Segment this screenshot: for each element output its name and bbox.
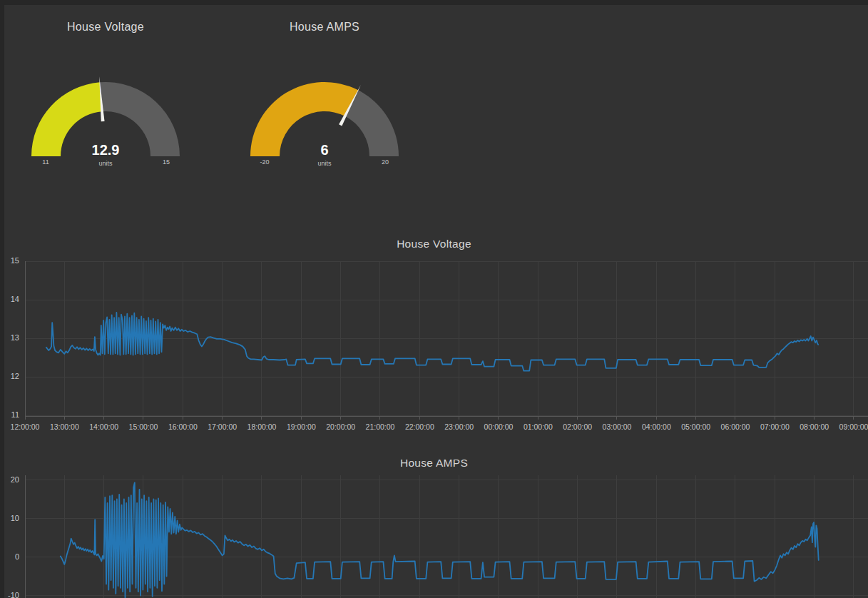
x-axis-tick-label: 09:00:00 xyxy=(832,422,868,431)
x-axis-tick-label: 14:00:00 xyxy=(83,422,126,431)
gauge-units-label-voltage: units xyxy=(77,160,134,167)
dashboard-page: { "page": { "background": "#272727", "ca… xyxy=(0,0,868,598)
x-axis-tick-label: 22:00:00 xyxy=(398,422,441,431)
gauge-title-amps: House AMPS xyxy=(218,21,432,34)
amps-series-line xyxy=(61,482,819,597)
y-axis-tick-label: 12 xyxy=(0,372,19,380)
y-axis-tick-label: 15 xyxy=(0,256,19,265)
x-axis-tick-label: 23:00:00 xyxy=(438,422,481,431)
x-axis-tick-label: 18:00:00 xyxy=(240,422,283,431)
y-axis-tick-label: 20 xyxy=(0,475,19,484)
x-axis-tick-label: 06:00:00 xyxy=(714,422,757,431)
y-axis-tick-label: 10 xyxy=(0,514,19,522)
x-axis-tick-label: 15:00:00 xyxy=(122,422,165,431)
y-axis-tick-label: 0 xyxy=(0,552,19,561)
x-axis-tick-label: 07:00:00 xyxy=(753,422,796,431)
x-axis-tick-label: 05:00:00 xyxy=(675,422,718,431)
x-axis-tick-label: 00:00:00 xyxy=(477,422,520,431)
gauge-max-label-voltage: 15 xyxy=(145,158,188,166)
gauge-max-label-amps: 20 xyxy=(364,158,407,166)
y-axis-tick-label: 11 xyxy=(0,410,19,419)
x-axis-tick-label: 08:00:00 xyxy=(793,422,836,431)
x-axis-tick-label: 01:00:00 xyxy=(516,422,559,431)
y-axis-tick-label: -10 xyxy=(0,591,19,598)
graphics-layer xyxy=(0,0,868,598)
x-axis-tick-label: 16:00:00 xyxy=(161,422,204,431)
gauge-units-label-amps: units xyxy=(296,160,353,167)
x-axis-tick-label: 17:00:00 xyxy=(201,422,244,431)
x-axis-tick-label: 03:00:00 xyxy=(596,422,638,431)
chart-title-voltage: House Voltage xyxy=(0,238,868,250)
chart-title-amps: House AMPS xyxy=(0,457,868,470)
gauge-min-label-amps: -20 xyxy=(243,158,286,166)
y-axis-tick-label: 14 xyxy=(0,295,19,303)
gauge-value-voltage: 12.9 xyxy=(63,142,148,158)
y-axis-tick-label: 13 xyxy=(0,333,19,342)
x-axis-tick-label: 12:00:00 xyxy=(4,422,46,431)
x-axis-tick-label: 13:00:00 xyxy=(43,422,86,431)
gauge-min-label-voltage: 11 xyxy=(24,158,67,166)
x-axis-tick-label: 04:00:00 xyxy=(635,422,678,431)
x-axis-tick-label: 21:00:00 xyxy=(359,422,402,431)
x-axis-tick-label: 19:00:00 xyxy=(280,422,322,431)
gauge-value-amps: 6 xyxy=(282,142,367,158)
voltage-series-line xyxy=(46,313,818,371)
x-axis-tick-label: 20:00:00 xyxy=(320,422,362,431)
gauge-title-voltage: House Voltage xyxy=(0,21,213,34)
x-axis-tick-label: 02:00:00 xyxy=(556,422,599,431)
